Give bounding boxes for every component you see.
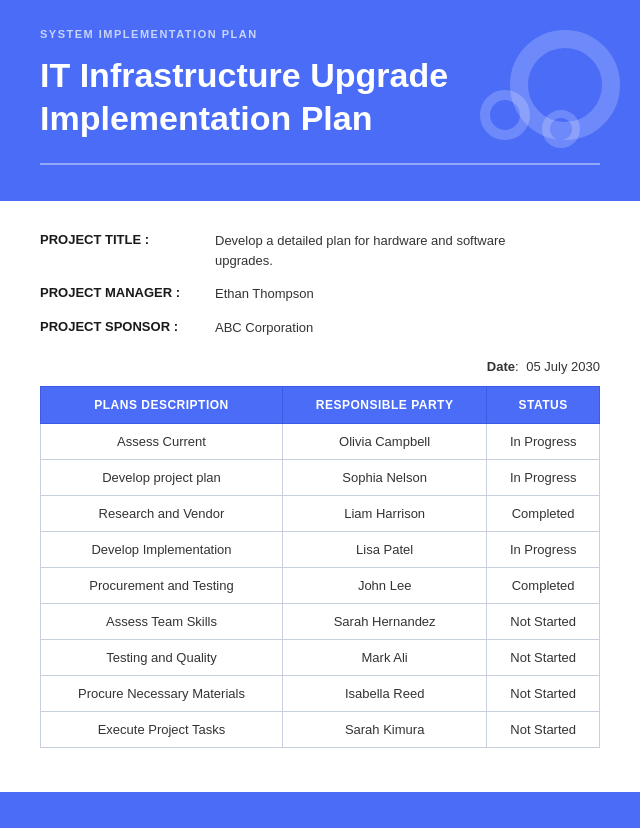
party-cell: Sarah Kimura bbox=[282, 712, 486, 748]
status-cell: Completed bbox=[487, 496, 600, 532]
party-cell: Sarah Hernandez bbox=[282, 604, 486, 640]
party-cell: Liam Harrison bbox=[282, 496, 486, 532]
status-cell: Not Started bbox=[487, 640, 600, 676]
project-title-label: PROJECT TITLE : bbox=[40, 231, 215, 247]
table-row: Procurement and TestingJohn LeeCompleted bbox=[41, 568, 600, 604]
col-header-plan: PLANS DESCRIPTION bbox=[41, 387, 283, 424]
party-cell: Olivia Campbell bbox=[282, 424, 486, 460]
project-sponsor-row: PROJECT SPONSOR : ABC Corporation bbox=[40, 318, 600, 338]
plan-cell: Assess Current bbox=[41, 424, 283, 460]
status-cell: In Progress bbox=[487, 532, 600, 568]
table-row: Testing and QualityMark AliNot Started bbox=[41, 640, 600, 676]
plans-table: PLANS DESCRIPTION RESPONSIBLE PARTY STAT… bbox=[40, 386, 600, 748]
date-label: Date bbox=[487, 359, 515, 374]
plan-cell: Develop Implementation bbox=[41, 532, 283, 568]
col-header-party: RESPONSIBLE PARTY bbox=[282, 387, 486, 424]
table-row: Execute Project TasksSarah KimuraNot Sta… bbox=[41, 712, 600, 748]
status-cell: Not Started bbox=[487, 604, 600, 640]
header-divider bbox=[40, 163, 600, 165]
project-title-row: PROJECT TITLE : Develop a detailed plan … bbox=[40, 231, 600, 270]
status-cell: Not Started bbox=[487, 712, 600, 748]
table-row: Develop ImplementationLisa PatelIn Progr… bbox=[41, 532, 600, 568]
footer-bar bbox=[0, 792, 640, 828]
project-manager-label: PROJECT MANAGER : bbox=[40, 284, 215, 300]
page: SYSTEM IMPLEMENTATION PLAN IT Infrastruc… bbox=[0, 0, 640, 828]
table-row: Assess Team SkillsSarah HernandezNot Sta… bbox=[41, 604, 600, 640]
party-cell: Isabella Reed bbox=[282, 676, 486, 712]
table-row: Procure Necessary MaterialsIsabella Reed… bbox=[41, 676, 600, 712]
plan-cell: Develop project plan bbox=[41, 460, 283, 496]
party-cell: John Lee bbox=[282, 568, 486, 604]
project-manager-value: Ethan Thompson bbox=[215, 284, 314, 304]
party-cell: Lisa Patel bbox=[282, 532, 486, 568]
party-cell: Mark Ali bbox=[282, 640, 486, 676]
table-row: Assess CurrentOlivia CampbellIn Progress bbox=[41, 424, 600, 460]
status-cell: Completed bbox=[487, 568, 600, 604]
plan-cell: Testing and Quality bbox=[41, 640, 283, 676]
plan-cell: Procure Necessary Materials bbox=[41, 676, 283, 712]
project-sponsor-label: PROJECT SPONSOR : bbox=[40, 318, 215, 334]
table-row: Develop project planSophia NelsonIn Prog… bbox=[41, 460, 600, 496]
project-sponsor-value: ABC Corporation bbox=[215, 318, 313, 338]
plan-cell: Research and Vendor bbox=[41, 496, 283, 532]
document-title: IT Infrastructure Upgrade Implementation… bbox=[40, 54, 470, 139]
status-cell: In Progress bbox=[487, 424, 600, 460]
party-cell: Sophia Nelson bbox=[282, 460, 486, 496]
table-row: Research and VendorLiam HarrisonComplete… bbox=[41, 496, 600, 532]
decorative-circle-small-2 bbox=[542, 110, 580, 148]
plan-cell: Procurement and Testing bbox=[41, 568, 283, 604]
decorative-circle-small-1 bbox=[480, 90, 530, 140]
project-manager-row: PROJECT MANAGER : Ethan Thompson bbox=[40, 284, 600, 304]
content-area: PROJECT TITLE : Develop a detailed plan … bbox=[0, 201, 640, 792]
project-title-value: Develop a detailed plan for hardware and… bbox=[215, 231, 515, 270]
date-row: Date: 05 July 2030 bbox=[40, 359, 600, 374]
plan-cell: Assess Team Skills bbox=[41, 604, 283, 640]
col-header-status: STATUS bbox=[487, 387, 600, 424]
date-value: 05 July 2030 bbox=[526, 359, 600, 374]
table-header-row: PLANS DESCRIPTION RESPONSIBLE PARTY STAT… bbox=[41, 387, 600, 424]
status-cell: In Progress bbox=[487, 460, 600, 496]
project-info-section: PROJECT TITLE : Develop a detailed plan … bbox=[40, 231, 600, 337]
plan-cell: Execute Project Tasks bbox=[41, 712, 283, 748]
document-type-label: SYSTEM IMPLEMENTATION PLAN bbox=[40, 28, 600, 40]
status-cell: Not Started bbox=[487, 676, 600, 712]
header: SYSTEM IMPLEMENTATION PLAN IT Infrastruc… bbox=[0, 0, 640, 201]
